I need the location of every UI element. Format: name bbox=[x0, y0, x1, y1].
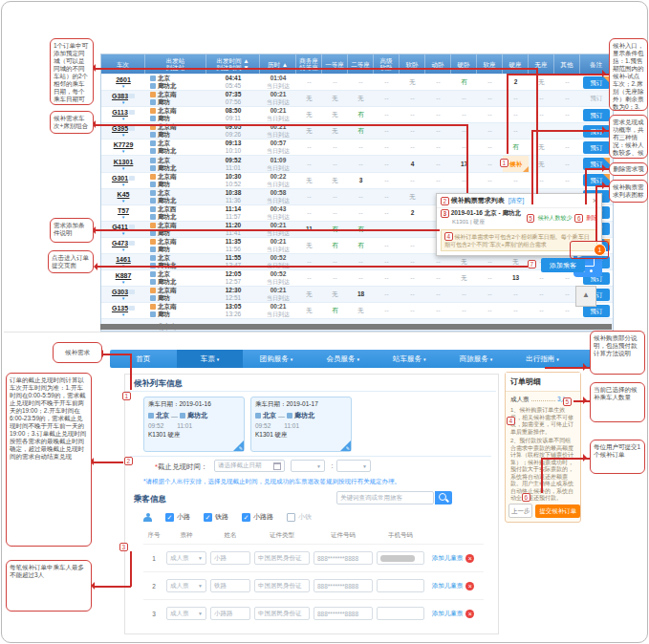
passenger-search-input[interactable]: 关键词查询或常用旅客 bbox=[336, 491, 434, 504]
seat-cell: -- bbox=[425, 173, 451, 188]
delete-passenger-icon[interactable]: × bbox=[465, 610, 474, 618]
chevron-down-icon: ▾ bbox=[490, 356, 493, 362]
add-child-ticket-link[interactable]: 添加儿童票 bbox=[432, 554, 464, 563]
nav-item-会员服务[interactable]: 会员服务▾ bbox=[310, 350, 377, 368]
column-header[interactable]: 动卧 bbox=[425, 54, 451, 74]
column-header[interactable]: 商务座特等座 bbox=[296, 54, 322, 74]
deadline-date-input[interactable]: 请选择截止日期 bbox=[214, 460, 285, 472]
expand-caret-icon[interactable]: ▾ bbox=[122, 117, 125, 120]
annotation-line bbox=[93, 462, 123, 463]
expand-caret-icon[interactable]: ▾ bbox=[122, 166, 125, 170]
waitlist-item: 3 2019-01-16 北京 - 廊坊北 K1301 | 硬座 5 候补人数较… bbox=[437, 208, 601, 227]
name-input[interactable]: 铁路 bbox=[210, 579, 250, 592]
id-number-input[interactable]: 888*******8888 bbox=[314, 551, 373, 565]
expand-caret-icon[interactable]: ▾ bbox=[122, 182, 125, 186]
expand-caret-icon[interactable]: ▾ bbox=[122, 312, 125, 316]
delete-passenger-icon[interactable]: × bbox=[465, 582, 474, 590]
seat-cell: -- bbox=[477, 254, 503, 269]
quick-passenger-小路[interactable]: ✓小路 bbox=[165, 512, 190, 522]
ticket-type-select[interactable]: 成人票▼ bbox=[166, 607, 206, 620]
arrive-station-icon bbox=[150, 148, 156, 154]
id-type-input[interactable]: 中国居民身份证 bbox=[254, 579, 310, 592]
add-child-ticket-link[interactable]: 添加儿童票 bbox=[432, 582, 464, 590]
clear-all-link[interactable]: [清空] bbox=[508, 197, 525, 205]
nav-item-商旅服务[interactable]: 商旅服务▾ bbox=[443, 350, 509, 368]
arrive-station-icon bbox=[287, 413, 292, 419]
book-button[interactable]: 预订 bbox=[583, 76, 610, 89]
column-header[interactable]: 出发站到达站 bbox=[145, 54, 206, 74]
seat-cell: 4 bbox=[400, 156, 425, 171]
duration-cell: 00:21当日到达 bbox=[260, 287, 296, 302]
delete-passenger-icon[interactable]: × bbox=[465, 554, 474, 563]
column-header[interactable]: 历时 ▲ bbox=[260, 54, 296, 74]
candidate-waitlist-cell[interactable]: 1候补 bbox=[503, 156, 529, 171]
ticket-type-select[interactable]: 成人票▼ bbox=[166, 551, 206, 565]
checkbox-icon[interactable]: ✓ bbox=[242, 513, 250, 522]
column-header[interactable]: 软座 bbox=[477, 54, 503, 74]
nav-item-站车服务[interactable]: 站车服务▾ bbox=[377, 350, 443, 368]
ehm-train-icon bbox=[129, 290, 135, 294]
column-header[interactable]: 无座 bbox=[529, 54, 554, 74]
chevron-down-icon: ▼ bbox=[316, 463, 321, 469]
previous-step-button[interactable]: 上一步 bbox=[508, 504, 532, 518]
expand-caret-icon[interactable]: ▾ bbox=[122, 133, 125, 137]
nav-item-团购服务[interactable]: 团购服务▾ bbox=[243, 350, 310, 368]
expand-caret-icon[interactable]: ▾ bbox=[122, 231, 125, 235]
nav-item-出行指南[interactable]: 出行指南▾ bbox=[509, 350, 576, 368]
column-header[interactable]: 二等座 bbox=[348, 54, 374, 74]
deadline-hour-select[interactable]: ▼ bbox=[291, 460, 325, 472]
back-to-top-button[interactable]: ▲ bbox=[575, 286, 596, 307]
expand-caret-icon[interactable]: ▾ bbox=[122, 199, 125, 203]
expand-caret-icon[interactable]: ▾ bbox=[122, 247, 125, 251]
quick-passenger-小铁[interactable]: 小铁 bbox=[287, 512, 312, 522]
ticket-type-select[interactable]: 成人票▼ bbox=[166, 579, 206, 592]
submit-waitlist-order-button[interactable]: 提交候补订单 bbox=[535, 504, 580, 518]
seat-cell: 3 bbox=[348, 173, 374, 188]
book-button[interactable]: 预订 bbox=[583, 141, 610, 154]
nav-item-车票[interactable]: 车票▾ bbox=[177, 350, 244, 368]
table-bottom-scrollbar[interactable] bbox=[100, 324, 612, 330]
seat-cell: -- bbox=[348, 270, 374, 286]
column-header[interactable]: 一等座 bbox=[322, 54, 348, 74]
expand-caret-icon[interactable]: ▾ bbox=[122, 296, 125, 300]
column-header[interactable]: 出发时间 ▲到达时间 ▼ bbox=[206, 54, 260, 74]
id-number-input[interactable]: 888*******8888 bbox=[314, 579, 373, 592]
expand-caret-icon[interactable]: ▾ bbox=[122, 100, 125, 104]
book-button[interactable]: 预订 bbox=[583, 109, 610, 121]
quick-passenger-铁路[interactable]: ✓铁路 bbox=[204, 512, 228, 522]
column-header[interactable]: 硬卧 bbox=[451, 54, 477, 74]
checkbox-icon[interactable]: ✓ bbox=[204, 513, 212, 522]
journey-card-2[interactable]: 乘车日期：2019-01-17 北京—廊坊北 09:5211:01 K1301 … bbox=[250, 397, 352, 452]
depart-station-icon bbox=[150, 239, 156, 245]
expand-caret-icon[interactable]: ▾ bbox=[122, 215, 125, 219]
phone-input[interactable] bbox=[377, 607, 424, 620]
phone-input[interactable] bbox=[377, 579, 424, 592]
deadline-minute-select[interactable]: ▼ bbox=[336, 460, 371, 472]
column-header[interactable]: 软卧 bbox=[400, 54, 425, 74]
expand-caret-icon[interactable]: ▾ bbox=[122, 280, 125, 284]
column-header[interactable]: 车次 bbox=[101, 54, 145, 74]
column-header[interactable]: 高级软卧 bbox=[374, 54, 400, 74]
seat-cell: 无 bbox=[451, 270, 477, 286]
annotation-line bbox=[585, 168, 587, 204]
times-cell: 11:1411:57 bbox=[206, 205, 260, 221]
name-input[interactable]: 小路 bbox=[210, 551, 250, 565]
times-cell: 11:5512:47 bbox=[206, 254, 260, 269]
nav-item-首页[interactable]: 首页 bbox=[110, 350, 177, 368]
quick-passenger-小路路[interactable]: ✓小路路 bbox=[242, 512, 273, 522]
add-passenger-button[interactable]: 添加乘客 bbox=[541, 258, 585, 272]
expand-caret-icon[interactable]: ▾ bbox=[122, 84, 125, 88]
phone-input[interactable] bbox=[377, 551, 424, 565]
id-type-input[interactable]: 中国居民身份证 bbox=[254, 551, 310, 565]
checkbox-icon[interactable]: ✓ bbox=[165, 513, 174, 522]
id-number-input[interactable]: 888*******8888 bbox=[314, 607, 373, 620]
name-input[interactable]: 小路路 bbox=[210, 607, 250, 620]
search-button[interactable] bbox=[435, 491, 452, 504]
expand-caret-icon[interactable]: ▾ bbox=[122, 149, 125, 153]
column-header[interactable]: 其他 bbox=[554, 54, 580, 74]
checkbox-icon[interactable] bbox=[287, 513, 295, 522]
id-type-input[interactable]: 中国居民身份证 bbox=[254, 607, 310, 620]
column-header[interactable]: 硬座 bbox=[503, 54, 529, 74]
add-child-ticket-link[interactable]: 添加儿童票 bbox=[432, 610, 464, 618]
journey-card-1[interactable]: 乘车日期：2019-01-16 北京—廊坊北 09:5211:01 K1301 … bbox=[143, 397, 245, 452]
